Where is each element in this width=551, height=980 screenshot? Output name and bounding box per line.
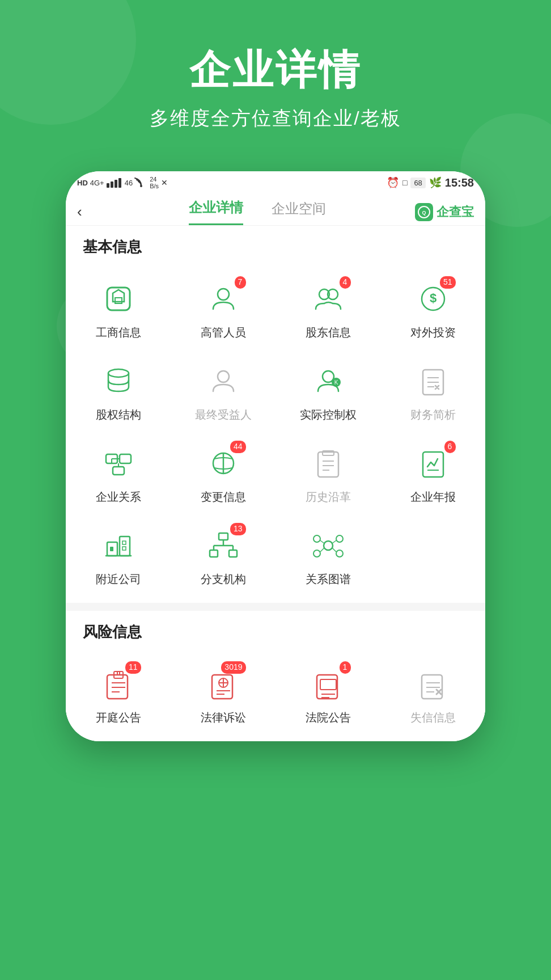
item-label: 分支机构 <box>201 572 246 587</box>
badge-fenzhi: 13 <box>230 523 246 535</box>
svg-rect-42 <box>110 547 113 551</box>
item-label: 股东信息 <box>306 325 351 340</box>
list-item[interactable]: 13 分支机构 <box>171 515 276 597</box>
list-item[interactable]: 11 开庭公告 <box>66 653 171 736</box>
badge-fayuan: 1 <box>340 661 351 674</box>
fayuan-icon: 1 <box>308 664 349 704</box>
status-right: ⏰ □ 68 🌿 15:58 <box>387 176 474 189</box>
tab-company-detail[interactable]: 企业详情 <box>189 198 243 225</box>
susong-icon: 3019 <box>203 664 244 704</box>
leaf-icon: 🌿 <box>429 176 442 189</box>
svg-point-14 <box>108 369 129 377</box>
list-item[interactable]: $ 51 对外投资 <box>380 268 485 350</box>
list-item[interactable]: 工商信息 <box>66 268 171 350</box>
item-label: 开庭公告 <box>96 710 141 725</box>
list-item[interactable]: 财务简析 <box>380 350 485 433</box>
status-4g: 4G+ <box>90 179 104 187</box>
list-item[interactable]: 股权结构 <box>66 350 171 433</box>
svg-point-9 <box>218 289 229 300</box>
svg-rect-25 <box>113 467 124 475</box>
svg-rect-3 <box>118 178 121 188</box>
item-label: 财务简析 <box>410 407 456 423</box>
list-item[interactable]: 7 高管人员 <box>171 268 276 350</box>
list-item[interactable]: 附近公司 <box>66 515 171 597</box>
svg-rect-40 <box>120 537 130 556</box>
fujin-icon <box>98 525 139 566</box>
item-label: 工商信息 <box>96 325 141 340</box>
section-divider <box>66 603 485 611</box>
phone-frame: HD 4G+ 46 24B/s ✕ ⏰ <box>66 171 485 741</box>
svg-point-54 <box>336 535 343 542</box>
svg-rect-7 <box>107 288 130 310</box>
list-item[interactable]: 企业关系 <box>66 433 171 515</box>
svg-text:Q: Q <box>422 210 426 216</box>
item-label: 关系图谱 <box>306 572 351 587</box>
list-item[interactable]: 1 法院公告 <box>276 653 380 736</box>
content-area: 基本信息 工商信息 <box>66 226 485 741</box>
svg-line-60 <box>332 548 336 552</box>
lishi-icon <box>308 443 349 484</box>
list-item[interactable]: 3019 法律诉讼 <box>171 653 276 736</box>
list-item[interactable]: 历史沿革 <box>276 433 380 515</box>
item-label: 企业年报 <box>410 489 456 505</box>
item-label: 历史沿革 <box>306 489 351 505</box>
qiye-rel-icon <box>98 443 139 484</box>
list-item[interactable]: 44 变更信息 <box>171 433 276 515</box>
status-time: 15:58 <box>445 176 474 189</box>
item-label: 高管人员 <box>201 325 246 340</box>
kaiting-icon: 11 <box>98 664 139 704</box>
qichabao-label: 企查宝 <box>436 204 474 221</box>
list-item[interactable]: 失信信息 <box>380 653 485 736</box>
status-46: 46 <box>125 179 133 187</box>
item-label: 股权结构 <box>96 407 141 423</box>
basic-info-title: 基本信息 <box>66 226 485 263</box>
item-label: 附近公司 <box>96 572 141 587</box>
back-button[interactable]: ‹ <box>77 203 100 221</box>
nianbao-icon: 6 <box>413 443 453 484</box>
badge-nianbao: 6 <box>444 441 456 453</box>
biangeng-icon: 44 <box>203 443 244 484</box>
svg-rect-46 <box>210 550 218 557</box>
status-bar: HD 4G+ 46 24B/s ✕ ⏰ <box>66 171 485 193</box>
fenzhi-icon: 13 <box>203 525 244 566</box>
svg-point-55 <box>313 550 320 557</box>
item-label: 法院公告 <box>306 710 351 725</box>
svg-point-15 <box>218 371 229 382</box>
list-item[interactable]: 4 股东信息 <box>276 268 380 350</box>
item-label: 失信信息 <box>410 710 456 725</box>
nfc-icon: □ <box>402 178 407 187</box>
badge-touzi: 51 <box>440 276 456 289</box>
guquan-icon <box>98 361 139 402</box>
badge-susong: 3019 <box>221 661 245 674</box>
status-left: HD 4G+ 46 24B/s ✕ <box>77 176 168 189</box>
nav-bar: ‹ 企业详情 企业空间 Q 企查宝 <box>66 193 485 226</box>
risk-info-grid: 11 开庭公告 3019 <box>66 648 485 741</box>
svg-rect-43 <box>122 541 126 544</box>
svg-rect-47 <box>229 550 237 557</box>
item-label: 对外投资 <box>410 325 456 340</box>
tab-company-space[interactable]: 企业空间 <box>272 200 326 225</box>
svg-text:K: K <box>334 379 338 386</box>
basic-info-grid: 工商信息 7 高管人员 <box>66 263 485 603</box>
list-item[interactable]: K 实际控制权 <box>276 350 380 433</box>
badge-kaiting: 11 <box>125 661 141 674</box>
gudong-icon: 4 <box>308 278 349 319</box>
qichabao-icon: Q <box>415 203 433 221</box>
hero-title: 企业详情 <box>0 45 551 94</box>
list-item[interactable]: 关系图谱 <box>276 515 380 597</box>
svg-point-4 <box>140 185 142 187</box>
svg-rect-45 <box>219 533 228 540</box>
svg-rect-0 <box>107 183 109 188</box>
svg-line-59 <box>320 548 324 552</box>
svg-rect-2 <box>115 180 117 188</box>
svg-rect-75 <box>320 679 336 690</box>
nav-tabs: 企业详情 企业空间 <box>100 198 415 225</box>
shouyi-icon <box>203 361 244 402</box>
nav-logo[interactable]: Q 企查宝 <box>415 203 474 221</box>
list-item[interactable]: 最终受益人 <box>171 350 276 433</box>
phone-wrapper: HD 4G+ 46 24B/s ✕ ⏰ <box>0 171 551 741</box>
list-item[interactable]: 6 企业年报 <box>380 433 485 515</box>
status-x: ✕ <box>161 178 168 187</box>
svg-point-53 <box>313 535 320 542</box>
item-label: 最终受益人 <box>195 407 252 423</box>
